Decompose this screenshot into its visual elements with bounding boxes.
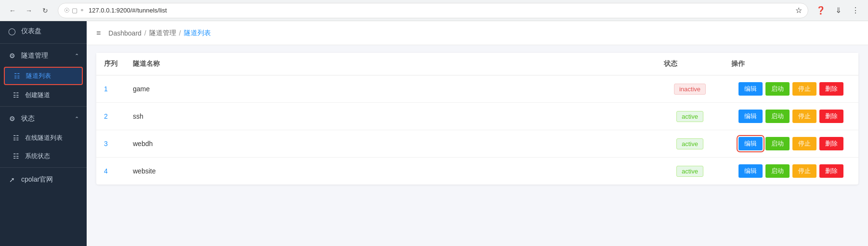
breadcrumb-tunnel-mgmt[interactable]: 隧道管理 [149,29,176,37]
delete-button-3[interactable]: 删除 [819,164,843,178]
create-tunnel-label: 创建隧道 [25,91,50,99]
sidebar-item-online-tunnels[interactable]: ☷ 在线隧道列表 [0,129,87,147]
start-button-0[interactable]: 启动 [765,82,790,96]
cell-status-3: active [656,158,724,185]
sidebar-item-create-tunnel[interactable]: ☷ 创建隧道 [0,86,87,104]
start-button-3[interactable]: 启动 [765,164,790,178]
cell-status-0: inactive [656,75,724,103]
sidebar-section-tunnel-mgmt[interactable]: ⚙ 隧道管理 ⌃ [0,46,87,66]
breadcrumb-current: 隧道列表 [184,29,211,37]
start-button-1[interactable]: 启动 [765,110,790,123]
pocket-icon[interactable]: ❓ [814,4,828,17]
cell-index-0: 1 [96,75,125,103]
sidebar-item-dashboard[interactable]: ◯ 仪表盘 [0,21,87,41]
col-header-actions: 操作 [724,53,858,75]
delete-button-0[interactable]: 删除 [819,82,843,96]
cell-name-1: ssh [125,103,656,130]
stop-button-1[interactable]: 停止 [792,110,816,123]
status-icon: ⚙ [8,115,16,123]
status-badge-1: active [676,111,703,122]
edit-button-2[interactable]: 编辑 [738,137,763,150]
start-button-2[interactable]: 启动 [765,137,790,150]
cell-name-2: webdh [125,130,656,158]
menu-dots-icon[interactable]: ⋮ [849,4,862,17]
tunnel-management-label: 隧道管理 [21,51,48,60]
sidebar-section-status[interactable]: ⚙ 状态 ⌃ [0,109,87,129]
cell-name-0: game [125,75,656,103]
sidebar-divider-1 [0,43,87,44]
status-badge-2: active [676,138,703,149]
col-header-name: 隧道名称 [125,53,656,75]
cell-actions-2: 编辑启动停止删除 [724,130,858,158]
status-badge-0: inactive [674,84,706,95]
tunnel-list-label: 隧道列表 [26,72,51,80]
actions-group-0: 编辑启动停止删除 [731,82,851,96]
stop-button-2[interactable]: 停止 [792,137,816,150]
breadcrumb-dashboard[interactable]: Dashboard [108,29,142,37]
stop-button-3[interactable]: 停止 [792,164,816,178]
system-status-label: 系统状态 [25,152,50,160]
delete-button-2[interactable]: 删除 [819,137,843,150]
cell-actions-3: 编辑启动停止删除 [724,158,858,185]
actions-group-3: 编辑启动停止删除 [731,164,851,178]
table-row: 4websiteactive编辑启动停止删除 [96,158,858,185]
edit-button-0[interactable]: 编辑 [738,82,763,96]
table-header-row: 序列 隧道名称 状态 操作 [96,53,858,75]
shield-icon: ☉ [64,7,70,14]
cell-status-1: active [656,103,724,130]
page-icon: ▢ [72,7,78,14]
edit-button-1[interactable]: 编辑 [738,110,763,123]
refresh-button[interactable]: ↻ [39,4,52,17]
create-tunnel-icon: ☷ [12,91,20,99]
breadcrumb-sep-1: / [144,29,146,37]
delete-button-1[interactable]: 删除 [819,110,843,123]
cell-actions-0: 编辑启动停止删除 [724,75,858,103]
table-row: 2sshactive编辑启动停止删除 [96,103,858,130]
menu-icon[interactable]: ≡ [96,29,101,37]
status-badge-3: active [676,166,703,177]
col-header-index: 序列 [96,53,125,75]
tunnel-list-icon: ☷ [13,72,21,80]
status-arrow: ⌃ [75,116,79,122]
back-button[interactable]: ← [6,4,19,17]
official-site-label: cpolar官网 [21,175,53,184]
cell-index-3: 4 [96,158,125,185]
online-tunnels-label: 在线隧道列表 [25,134,63,142]
main-content: ≡ Dashboard / 隧道管理 / 隧道列表 序列 隧道名称 状态 操作 [87,21,868,246]
sidebar-divider-2 [0,106,87,107]
browser-actions: ❓ ⇓ ⋮ [814,4,862,17]
breadcrumb-sep-2: / [179,29,181,37]
table-row: 3webdhactive编辑启动停止删除 [96,130,858,158]
dashboard-label: 仪表盘 [21,27,41,36]
external-link-icon: ➚ [8,176,16,184]
lock-icon: ⚬ [79,7,85,14]
sidebar-item-tunnel-list[interactable]: ☷ 隧道列表 [4,67,83,85]
app-container: ◯ 仪表盘 ⚙ 隧道管理 ⌃ ☷ 隧道列表 ☷ 创建隧道 ⚙ 状态 [0,21,868,246]
address-bar-security-icons: ☉ ▢ ⚬ [64,7,85,14]
col-header-status: 状态 [656,53,724,75]
actions-group-2: 编辑启动停止删除 [731,137,851,150]
sidebar-divider-3 [0,167,87,168]
status-label: 状态 [21,114,35,123]
sidebar: ◯ 仪表盘 ⚙ 隧道管理 ⌃ ☷ 隧道列表 ☷ 创建隧道 ⚙ 状态 [0,21,87,246]
actions-group-1: 编辑启动停止删除 [731,110,851,123]
table-container: 序列 隧道名称 状态 操作 1gameinactive编辑启动停止删除2ssha… [87,45,868,246]
address-bar-container: ☉ ▢ ⚬ ☆ [58,3,808,18]
sidebar-item-official-site[interactable]: ➚ cpolar官网 [0,170,87,190]
tunnel-mgmt-icon: ⚙ [8,52,16,60]
browser-chrome: ← → ↻ ☉ ▢ ⚬ ☆ ❓ ⇓ ⋮ [0,0,868,21]
tunnels-table: 序列 隧道名称 状态 操作 1gameinactive编辑启动停止删除2ssha… [96,53,858,184]
tunnel-mgmt-arrow: ⌃ [75,53,79,59]
bookmark-icon[interactable]: ☆ [795,6,802,15]
download-icon[interactable]: ⇓ [831,4,845,17]
browser-nav-buttons: ← → ↻ [6,4,52,17]
online-tunnels-icon: ☷ [12,134,20,142]
stop-button-0[interactable]: 停止 [792,82,816,96]
cell-index-2: 3 [96,130,125,158]
edit-button-3[interactable]: 编辑 [738,164,763,178]
breadcrumb: Dashboard / 隧道管理 / 隧道列表 [108,29,210,37]
cell-name-3: website [125,158,656,185]
forward-button[interactable]: → [22,4,36,17]
sidebar-item-system-status[interactable]: ☷ 系统状态 [0,147,87,165]
address-input[interactable] [89,7,791,14]
